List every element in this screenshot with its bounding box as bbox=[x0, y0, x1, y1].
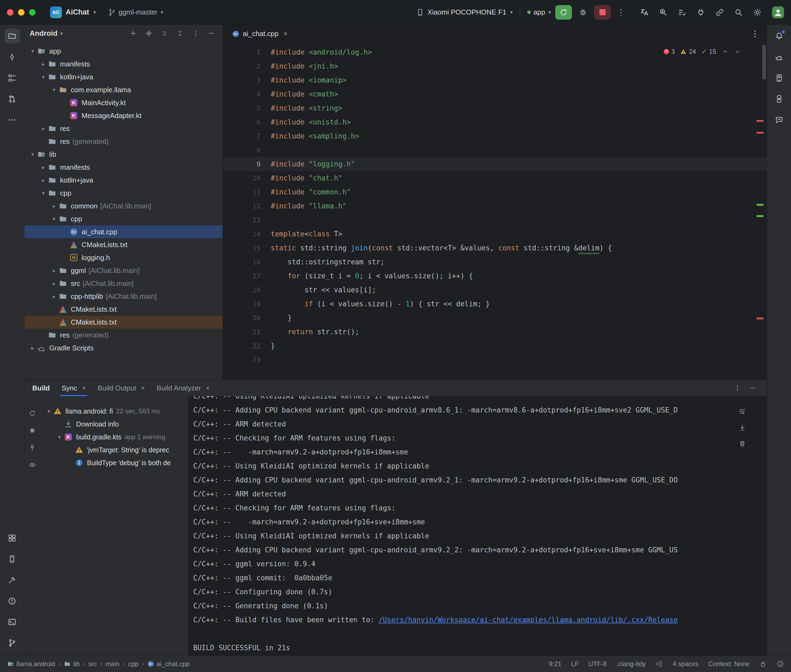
chevron-closed-icon[interactable]: ▸ bbox=[39, 164, 48, 171]
plug-icon[interactable] bbox=[695, 6, 707, 19]
minimize-window-button[interactable] bbox=[18, 9, 24, 16]
code-line-14[interactable]: 14template<class T> bbox=[223, 227, 767, 241]
change-stripe-mark[interactable] bbox=[757, 215, 764, 217]
code-line-9[interactable]: 9#include "logging.h" bbox=[223, 157, 767, 171]
settings-icon[interactable] bbox=[751, 6, 764, 19]
project-tree-item-ai-chat-cpp[interactable]: C+ai_chat.cpp bbox=[24, 226, 223, 238]
code-line-11[interactable]: 11#include "common.h" bbox=[223, 185, 767, 199]
project-tree-item-ggml[interactable]: ▸ggml[AiChat.lib.main] bbox=[24, 264, 223, 277]
build-tab-sync[interactable]: Sync× bbox=[62, 380, 86, 396]
stop-square-icon[interactable] bbox=[26, 425, 38, 437]
tasks-icon[interactable] bbox=[676, 6, 688, 19]
next-problem-icon[interactable] bbox=[734, 48, 741, 55]
project-tree-item-cmakelists-txt[interactable]: CMakeLists.txt bbox=[24, 238, 223, 251]
project-widget[interactable]: AC AiChat ▾ bbox=[47, 5, 99, 20]
project-tree-item-manifests[interactable]: ▸manifests bbox=[24, 161, 223, 174]
search-icon[interactable] bbox=[732, 6, 745, 19]
change-stripe-mark[interactable] bbox=[757, 204, 764, 206]
close-tab-icon[interactable]: × bbox=[141, 384, 145, 392]
file-encoding[interactable]: UTF-8 bbox=[588, 660, 606, 668]
debug-button[interactable] bbox=[576, 6, 590, 19]
search-actions-icon[interactable] bbox=[657, 6, 669, 19]
error-stripe-mark[interactable] bbox=[757, 132, 764, 134]
chevron-open-icon[interactable]: ▾ bbox=[50, 86, 59, 93]
code-line-15[interactable]: 15static std::string join(const std::vec… bbox=[223, 241, 767, 255]
project-folder-icon[interactable] bbox=[5, 29, 20, 43]
device-selector[interactable]: Xiaomi POCOPHONE F1 ▾ bbox=[416, 8, 513, 16]
rerun-button[interactable] bbox=[555, 5, 572, 20]
build-tab-build-analyzer[interactable]: Build Analyzer× bbox=[157, 380, 210, 396]
chevron-open-icon[interactable]: ▾ bbox=[28, 151, 37, 158]
project-view-mode[interactable]: Android bbox=[30, 29, 57, 38]
project-tree-item-cpp-httplib[interactable]: ▸cpp-httplib[AiChat.lib.main] bbox=[24, 290, 223, 303]
breadcrumb-item-lib[interactable]: lib bbox=[64, 660, 80, 668]
more-actions-icon[interactable]: ⋮ bbox=[615, 7, 627, 18]
device-explorer-icon[interactable] bbox=[5, 552, 20, 566]
project-tree-item-cpp[interactable]: ▾cpp bbox=[24, 213, 223, 226]
project-tree-item-messageadapter-kt[interactable]: KMessageAdapter.kt bbox=[24, 109, 223, 122]
hide-icon[interactable] bbox=[748, 382, 759, 394]
chevron-open-icon[interactable]: ▾ bbox=[55, 434, 64, 440]
project-tree-item-common[interactable]: ▸common[AiChat.lib.main] bbox=[24, 200, 223, 213]
errors-badge[interactable]: 3 bbox=[664, 48, 675, 55]
vcs-branch-widget[interactable]: ggml-master ▾ bbox=[108, 8, 164, 16]
project-tree-item-mainactivity-kt[interactable]: KMainActivity.kt bbox=[24, 96, 223, 109]
project-tree-item-kotlin-java[interactable]: ▾kotlin+java bbox=[24, 70, 223, 83]
code-line-20[interactable]: 20 } bbox=[223, 311, 767, 325]
info-icon[interactable] bbox=[777, 660, 784, 668]
code-line-4[interactable]: 4#include <cmath> bbox=[223, 87, 767, 101]
hide-icon[interactable] bbox=[205, 27, 217, 39]
code-line-17[interactable]: 17 for (size_t i = 0; i < values.size();… bbox=[223, 269, 767, 283]
chevron-open-icon[interactable]: ▾ bbox=[28, 48, 37, 54]
line-separator[interactable]: LF bbox=[571, 660, 579, 668]
resource-manager-icon[interactable] bbox=[5, 531, 20, 546]
more-h-icon[interactable] bbox=[5, 112, 20, 128]
code-line-7[interactable]: 7#include <sampling.h> bbox=[223, 129, 767, 143]
chevron-closed-icon[interactable]: ▸ bbox=[50, 267, 59, 274]
editor-tab-ai-chat-cpp[interactable]: C+ ai_chat.cpp × bbox=[226, 25, 294, 43]
chevron-closed-icon[interactable]: ▸ bbox=[50, 280, 59, 286]
expand-all-icon[interactable] bbox=[159, 27, 170, 39]
code-line-21[interactable]: 21 return str.str(); bbox=[223, 325, 767, 339]
structure-icon[interactable] bbox=[5, 70, 20, 85]
chevron-closed-icon[interactable]: ▸ bbox=[39, 61, 48, 67]
editor-scrollbar[interactable] bbox=[753, 43, 767, 380]
code-line-19[interactable]: 19 if (i < values.size() - 1) { str << d… bbox=[223, 297, 767, 311]
chevron-open-icon[interactable]: ▾ bbox=[50, 216, 59, 222]
close-tab-icon[interactable]: × bbox=[283, 30, 287, 38]
rerun-icon[interactable] bbox=[26, 407, 38, 419]
inspections-widget[interactable]: 3 24 ✓ 15 bbox=[661, 47, 744, 56]
commit-icon[interactable] bbox=[5, 50, 20, 64]
code-line-12[interactable]: 12#include "llama.h" bbox=[223, 199, 767, 213]
more-v-icon[interactable] bbox=[190, 27, 202, 39]
chevron-open-icon[interactable]: ▾ bbox=[39, 74, 48, 80]
project-tree-item-res[interactable]: res(generated) bbox=[24, 135, 223, 148]
code-line-13[interactable]: 13 bbox=[223, 213, 767, 227]
add-icon[interactable] bbox=[127, 27, 139, 39]
locate-icon[interactable] bbox=[143, 27, 155, 39]
project-tree-item-src[interactable]: ▸src[AiChat.lib.main] bbox=[24, 277, 223, 290]
project-tree-item-logging-h[interactable]: Hlogging.h bbox=[24, 251, 223, 264]
build-hammer-icon[interactable] bbox=[5, 573, 20, 587]
more-v-icon[interactable] bbox=[732, 382, 743, 394]
trash-icon[interactable] bbox=[736, 438, 748, 450]
project-tree-item-app[interactable]: ▾app bbox=[24, 45, 223, 58]
user-avatar[interactable] bbox=[772, 6, 784, 18]
wrap-icon[interactable] bbox=[736, 406, 748, 417]
project-tree-item-manifests[interactable]: ▸manifests bbox=[24, 58, 223, 70]
build-tab-build-output[interactable]: Build Output× bbox=[98, 380, 145, 396]
notifications-icon[interactable] bbox=[772, 29, 787, 43]
build-tree-item-download-info[interactable]: Download info bbox=[40, 418, 188, 430]
gemini-icon[interactable] bbox=[772, 112, 787, 128]
breadcrumb-item-llama-android[interactable]: llama.android bbox=[7, 660, 55, 668]
breadcrumb-item-src[interactable]: src bbox=[88, 660, 97, 668]
scrollbar-thumb[interactable] bbox=[762, 45, 766, 80]
project-tree-item-res[interactable]: res(generated) bbox=[24, 329, 223, 341]
code-area[interactable]: 1#include <android/log.h>2#include <jni.… bbox=[223, 43, 767, 380]
close-tab-icon[interactable]: × bbox=[206, 384, 210, 392]
build-tree-item-build-gradle-kts[interactable]: ▾Kbuild.gradle.ktsapp 1 warning bbox=[40, 430, 188, 443]
code-line-3[interactable]: 3#include <iomanip> bbox=[223, 73, 767, 87]
console-link[interactable]: /Users/hanyin/Workspace/ai-chat/examples… bbox=[379, 616, 678, 624]
breadcrumb-item-ai-chat-cpp[interactable]: C+ai_chat.cpp bbox=[147, 660, 190, 668]
gradle-icon[interactable] bbox=[772, 50, 787, 64]
